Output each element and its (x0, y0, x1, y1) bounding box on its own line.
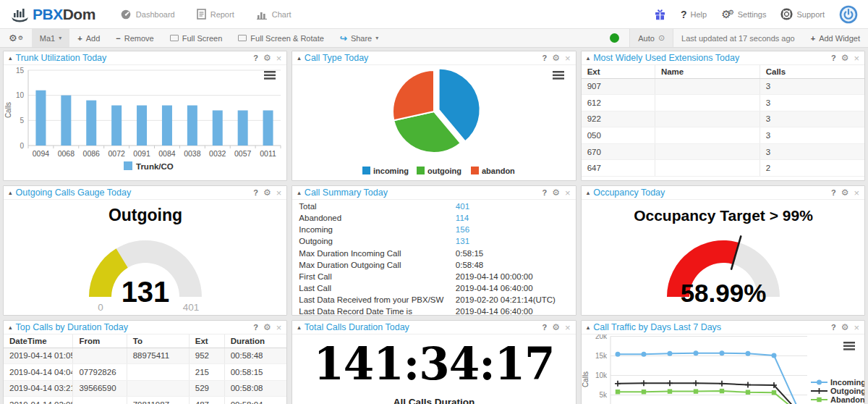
summary-value[interactable]: 401 (456, 202, 469, 211)
svg-text:0091: 0091 (133, 149, 150, 158)
collapse-icon[interactable]: ▴ (297, 324, 301, 331)
chart-context-menu-icon[interactable] (553, 71, 564, 80)
widget-gear-icon[interactable]: ⚙ (552, 188, 560, 197)
collapse-icon[interactable]: ▴ (9, 54, 12, 62)
widget-header: ▴ Call Traffic by Days Last 7 Days ?⚙× (582, 321, 864, 334)
svg-text:Occupancy Target > 99%: Occupancy Target > 99% (634, 207, 813, 224)
widget-gear-icon[interactable]: ⚙ (841, 54, 849, 62)
nav-item-dashboard[interactable]: Dashboard (120, 9, 175, 20)
dashboard-selector[interactable]: Ma1 ▾ (32, 29, 69, 47)
main-nav: Dashboard Report Chart (120, 9, 292, 20)
widget-help-icon[interactable]: ? (542, 54, 548, 62)
widget-occupancy: ▴ Occupancy Today ?⚙× Occupancy Target >… (581, 185, 865, 316)
nav-item-report[interactable]: Report (197, 9, 234, 20)
svg-text:0094: 0094 (33, 149, 50, 158)
dashboard-settings-cogs-icon[interactable]: ⚙⚙ (0, 29, 32, 47)
top-navbar: PBXDom Dashboard Report Chart ? Help (0, 0, 868, 29)
widget-close-icon[interactable]: × (854, 54, 859, 63)
widget-help-icon[interactable]: ? (253, 324, 258, 332)
widget-gear-icon[interactable]: ⚙ (263, 54, 271, 62)
nav-item-settings[interactable]: ⚙⚙ Settings (721, 9, 766, 20)
widget-help-icon[interactable]: ? (831, 324, 836, 332)
collapse-icon[interactable]: ▴ (587, 189, 590, 196)
table-row: 0503 (582, 127, 864, 144)
collapse-icon[interactable]: ▴ (297, 189, 301, 196)
collapse-icon[interactable]: ▴ (587, 54, 590, 62)
call-summary-list: Total401Abandoned114Incoming156Outgoing1… (292, 200, 575, 315)
gift-icon[interactable] (654, 9, 666, 20)
summary-label: Abandoned (299, 214, 456, 222)
table-cell (127, 380, 189, 397)
widget-help-icon[interactable]: ? (831, 54, 836, 62)
full-screen-button[interactable]: Full Screen (162, 29, 231, 47)
widget-close-icon[interactable]: × (854, 188, 859, 198)
collapse-icon[interactable]: ▴ (9, 189, 12, 196)
summary-value[interactable]: 131 (456, 237, 469, 245)
chart-context-menu-icon[interactable] (264, 71, 276, 80)
column-header: From (73, 334, 127, 348)
outgoing-gauge-chart: Outgoing1310401 (4, 200, 286, 315)
widget-close-icon[interactable]: × (276, 323, 282, 332)
widget-gear-icon[interactable]: ⚙ (552, 323, 560, 332)
widget-close-icon[interactable]: × (854, 323, 859, 332)
widget-gear-icon[interactable]: ⚙ (841, 188, 849, 197)
table-row: 6123 (582, 95, 864, 111)
widget-help-icon[interactable]: ? (831, 189, 836, 197)
table-cell: 07792826 (73, 364, 127, 381)
summary-row: Max Duration Outgoing Call0:58:48 (292, 259, 575, 271)
table-cell: 2019-04-14 01:05:00 (4, 348, 73, 364)
nav-item-chart[interactable]: Chart (256, 9, 292, 20)
widget-help-icon[interactable]: ? (253, 189, 258, 197)
svg-text:Trunk/CO: Trunk/CO (136, 162, 174, 171)
summary-value: 0:58:15 (456, 249, 483, 258)
add-widget-button[interactable]: + Add Widget (803, 29, 868, 47)
widget-close-icon[interactable]: × (565, 188, 571, 198)
widget-help-icon[interactable]: ? (253, 54, 258, 62)
button-label: Full Screen (182, 34, 223, 43)
table-cell (655, 95, 760, 111)
collapse-icon[interactable]: ▴ (297, 54, 301, 62)
clock-icon: ⊙ (658, 33, 665, 43)
summary-label: Outgoing (299, 237, 456, 245)
svg-text:incoming: incoming (373, 167, 409, 175)
widget-close-icon[interactable]: × (276, 54, 282, 63)
nav-item-support[interactable]: Support (780, 8, 825, 20)
remove-button[interactable]: − Remove (108, 29, 161, 47)
widget-help-icon[interactable]: ? (542, 324, 548, 332)
logout-power-button[interactable] (839, 5, 858, 24)
widget-help-icon[interactable]: ? (542, 189, 548, 197)
summary-row: Outgoing131 (292, 235, 575, 247)
svg-text:0038: 0038 (184, 149, 201, 158)
widget-close-icon[interactable]: × (276, 188, 282, 198)
widget-close-icon[interactable]: × (565, 54, 571, 63)
widget-header: ▴ Call Type Today ?⚙× (292, 51, 575, 65)
nav-item-help[interactable]: ? Help (681, 9, 707, 20)
share-button[interactable]: ↪ Share ▾ (332, 29, 386, 47)
nav-label: Report (210, 10, 234, 19)
widget-gear-icon[interactable]: ⚙ (552, 54, 560, 62)
table-row: 2019-04-14 01:05:008897541195200:58:48 (4, 348, 286, 364)
widget-gear-icon[interactable]: ⚙ (841, 323, 849, 332)
collapse-icon[interactable]: ▴ (9, 324, 12, 331)
add-button[interactable]: + Add (69, 29, 108, 47)
summary-value[interactable]: 156 (456, 225, 469, 234)
summary-row: Incoming156 (292, 224, 575, 235)
full-screen-rotate-button[interactable]: Full Screen & Rotate (230, 29, 332, 47)
svg-text:20k: 20k (595, 334, 608, 340)
chart-icon (256, 9, 268, 20)
table-cell: 2019-04-14 04:04:00 (4, 364, 73, 381)
widget-gear-icon[interactable]: ⚙ (263, 188, 271, 197)
trunk-utilization-chart: 0510150094006800860072009100840038003200… (4, 65, 286, 180)
svg-text:15: 15 (16, 67, 25, 75)
summary-value: 0:58:48 (456, 261, 483, 269)
summary-value[interactable]: 114 (456, 214, 469, 222)
svg-text:0084: 0084 (158, 149, 176, 158)
table-cell (655, 127, 760, 144)
pbxdom-logo[interactable]: PBXDom (10, 6, 95, 23)
widget-gear-icon[interactable]: ⚙ (263, 323, 271, 332)
auto-refresh-button[interactable]: Auto ⊙ (629, 29, 673, 47)
widget-close-icon[interactable]: × (565, 323, 571, 332)
table-cell: 79811987 (127, 397, 189, 404)
chart-context-menu-icon[interactable] (843, 342, 855, 350)
collapse-icon[interactable]: ▴ (587, 324, 590, 331)
